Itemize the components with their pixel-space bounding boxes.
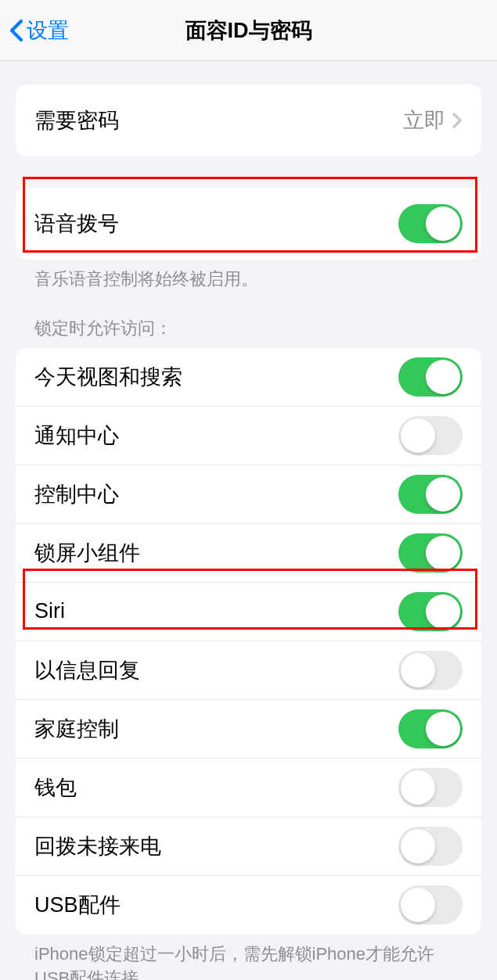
toggle-knob [401,770,435,805]
locked-item-toggle[interactable] [398,885,463,924]
voice-dial-toggle[interactable] [398,204,463,243]
nav-header: 设置 面容ID与密码 [0,0,497,61]
locked-item-row: 钱包 [16,759,481,817]
locked-item-row: 回拨未接来电 [16,817,481,876]
locked-item-toggle[interactable] [398,651,463,690]
locked-item-label: 家庭控制 [34,715,398,743]
locked-item-label: 钱包 [34,774,398,802]
locked-item-toggle[interactable] [398,768,463,807]
locked-item-toggle[interactable] [398,592,463,631]
back-button[interactable]: 设置 [9,16,69,45]
locked-item-label: 控制中心 [34,480,398,508]
toggle-knob [426,360,460,394]
back-label: 设置 [27,16,69,45]
locked-item-toggle[interactable] [398,357,463,397]
require-passcode-row[interactable]: 需要密码 立即 [16,84,481,156]
toggle-knob [426,477,460,512]
locked-item-row: USB配件 [16,876,481,935]
locked-access-header: 锁定时允许访问： [16,317,481,348]
locked-item-row: 锁屏小组件 [16,524,481,583]
locked-item-label: 锁屏小组件 [34,539,398,567]
locked-item-label: 今天视图和搜索 [34,363,398,391]
locked-item-label: 回拨未接来电 [34,832,398,860]
locked-item-label: 通知中心 [34,422,398,450]
locked-item-row: 控制中心 [16,465,481,524]
locked-item-toggle[interactable] [398,709,463,748]
toggle-knob [401,418,435,453]
chevron-left-icon [9,19,23,42]
voice-dial-label: 语音拨号 [34,210,398,238]
toggle-knob [426,536,460,570]
locked-item-label: USB配件 [34,891,398,919]
require-passcode-label: 需要密码 [34,106,403,135]
toggle-knob [401,653,435,687]
locked-item-label: Siri [34,599,398,623]
locked-item-toggle[interactable] [398,475,463,514]
require-passcode-value: 立即 [403,106,445,135]
toggle-knob [401,829,435,863]
toggle-knob [426,712,460,746]
locked-item-label: 以信息回复 [34,656,398,684]
locked-item-row: 以信息回复 [16,641,481,700]
usb-footer: iPhone锁定超过一小时后，需先解锁iPhone才能允许USB配件连接。 [16,935,481,980]
locked-item-row: 通知中心 [16,407,481,465]
page-title: 面容ID与密码 [185,16,312,45]
locked-item-row: Siri [16,583,481,641]
toggle-knob [401,888,435,922]
voice-dial-footer: 音乐语音控制将始终被启用。 [16,260,481,292]
toggle-knob [426,206,460,241]
locked-item-row: 今天视图和搜索 [16,348,481,407]
voice-dial-group: 语音拨号 [16,188,481,260]
require-passcode-group: 需要密码 立即 [16,84,481,156]
locked-access-group: 今天视图和搜索通知中心控制中心锁屏小组件Siri以信息回复家庭控制钱包回拨未接来… [16,348,481,935]
chevron-right-icon [452,112,463,129]
locked-item-row: 家庭控制 [16,700,481,759]
locked-item-toggle[interactable] [398,827,463,866]
toggle-knob [426,594,460,629]
locked-item-toggle[interactable] [398,416,463,455]
voice-dial-row: 语音拨号 [16,188,481,260]
locked-item-toggle[interactable] [398,533,463,573]
